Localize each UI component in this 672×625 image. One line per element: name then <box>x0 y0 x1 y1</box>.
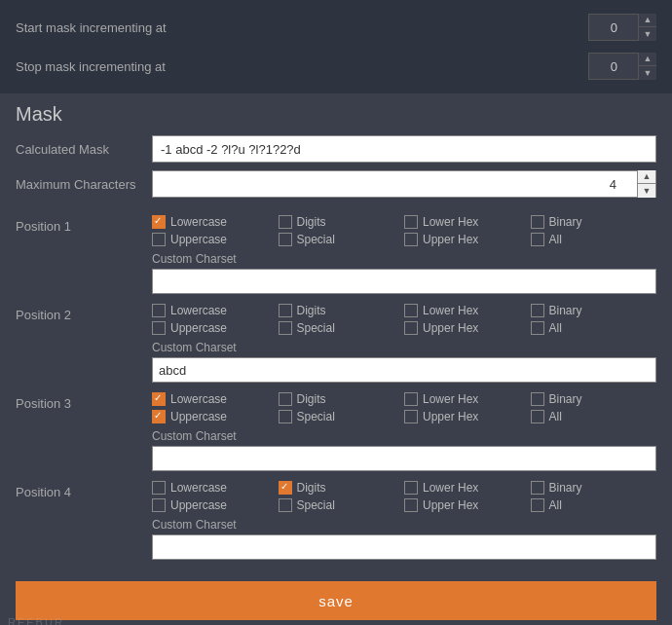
stop-mask-input[interactable] <box>589 57 638 76</box>
stop-mask-input-wrap: ▲ ▼ <box>588 53 656 80</box>
stop-mask-spin-down[interactable]: ▼ <box>639 66 656 80</box>
save-section: save <box>0 570 672 625</box>
position-3-lowercase-checkbox[interactable] <box>152 392 166 406</box>
position-2-checkbox-grid: LowercaseDigitsLower HexBinaryUppercaseS… <box>152 304 656 335</box>
position-1-binary-label: Binary <box>549 215 582 229</box>
position-4-binary-label: Binary <box>549 481 582 495</box>
position-4-digits-item: Digits <box>279 481 405 495</box>
position-3-upper_hex-item: Upper Hex <box>404 410 531 423</box>
position-2-binary-label: Binary <box>549 304 582 317</box>
max-chars-spin-up[interactable]: ▲ <box>638 170 655 184</box>
start-mask-label: Start mask incrementing at <box>16 20 167 35</box>
stop-mask-label: Stop mask incrementing at <box>16 59 166 74</box>
position-4-block: Position 4LowercaseDigitsLower HexBinary… <box>16 481 656 560</box>
position-2-lower_hex-item: Lower Hex <box>404 304 531 317</box>
calculated-mask-input[interactable] <box>152 135 656 163</box>
position-1-label: Position 1 <box>16 215 152 234</box>
position-4-lower_hex-checkbox[interactable] <box>404 481 418 495</box>
position-1-uppercase-checkbox[interactable] <box>152 233 166 246</box>
position-3-binary-item: Binary <box>531 392 657 406</box>
position-4-special-checkbox[interactable] <box>279 498 292 512</box>
position-2-uppercase-checkbox[interactable] <box>152 321 166 335</box>
position-3-digits-checkbox[interactable] <box>279 392 292 406</box>
position-4-lowercase-item: Lowercase <box>152 481 279 495</box>
position-1-lower_hex-checkbox[interactable] <box>404 215 418 229</box>
position-3-lower_hex-checkbox[interactable] <box>404 392 418 406</box>
position-1-special-label: Special <box>297 233 335 246</box>
position-4-lower_hex-label: Lower Hex <box>423 481 478 495</box>
position-1-special-checkbox[interactable] <box>279 233 292 246</box>
start-mask-input-wrap: ▲ ▼ <box>588 14 656 41</box>
max-chars-spinners: ▲ ▼ <box>637 170 655 198</box>
position-2-all-checkbox[interactable] <box>531 321 544 335</box>
position-2-special-item: Special <box>279 321 405 335</box>
stop-mask-spin-up[interactable]: ▲ <box>639 53 656 66</box>
position-1-custom-charset-input[interactable] <box>152 269 656 294</box>
position-2-upper_hex-checkbox[interactable] <box>404 321 418 335</box>
position-2-special-checkbox[interactable] <box>279 321 292 335</box>
max-chars-spin-down[interactable]: ▼ <box>638 184 655 198</box>
position-2-lowercase-checkbox[interactable] <box>152 304 166 317</box>
position-3-special-checkbox[interactable] <box>279 410 292 423</box>
position-1-upper_hex-item: Upper Hex <box>404 233 531 246</box>
position-1-upper_hex-label: Upper Hex <box>423 233 478 246</box>
position-1-block: Position 1LowercaseDigitsLower HexBinary… <box>16 215 656 294</box>
position-3-all-label: All <box>549 410 562 423</box>
position-4-binary-checkbox[interactable] <box>531 481 544 495</box>
position-3-lower_hex-label: Lower Hex <box>423 392 478 406</box>
position-1-binary-checkbox[interactable] <box>531 215 544 229</box>
position-3-lower_hex-item: Lower Hex <box>404 392 531 406</box>
position-2-digits-label: Digits <box>297 304 326 317</box>
position-1-all-checkbox[interactable] <box>531 233 544 246</box>
position-4-digits-checkbox[interactable] <box>279 481 292 495</box>
position-1-binary-item: Binary <box>531 215 657 229</box>
position-4-custom-charset-input[interactable] <box>152 534 656 560</box>
start-mask-spin-down[interactable]: ▼ <box>639 27 656 41</box>
position-2-label: Position 2 <box>16 304 152 322</box>
position-1-lowercase-checkbox[interactable] <box>152 215 166 229</box>
position-3-upper_hex-label: Upper Hex <box>423 410 478 423</box>
position-4-upper_hex-item: Upper Hex <box>404 498 531 512</box>
position-1-checkbox-grid: LowercaseDigitsLower HexBinaryUppercaseS… <box>152 215 656 246</box>
max-chars-input[interactable] <box>153 175 637 194</box>
position-2-lowercase-label: Lowercase <box>170 304 227 317</box>
start-mask-spin-up[interactable]: ▲ <box>639 14 656 27</box>
max-chars-input-wrap: ▲ ▼ <box>152 170 656 198</box>
position-3-uppercase-item: Uppercase <box>152 410 279 423</box>
position-3-upper_hex-checkbox[interactable] <box>404 410 418 423</box>
positions-section: Position 1LowercaseDigitsLower HexBinary… <box>0 215 672 560</box>
position-3-custom-charset-input[interactable] <box>152 446 656 471</box>
position-3-special-item: Special <box>279 410 405 423</box>
position-4-upper_hex-checkbox[interactable] <box>404 498 418 512</box>
position-2-binary-checkbox[interactable] <box>531 304 544 317</box>
position-2-uppercase-label: Uppercase <box>170 321 227 335</box>
position-3-digits-label: Digits <box>297 392 326 406</box>
position-1-lowercase-item: Lowercase <box>152 215 279 229</box>
position-1-digits-checkbox[interactable] <box>279 215 292 229</box>
position-4-uppercase-checkbox[interactable] <box>152 498 166 512</box>
position-1-custom-charset-label: Custom Charset <box>152 252 656 266</box>
position-3-options: LowercaseDigitsLower HexBinaryUppercaseS… <box>152 392 656 471</box>
position-2-digits-item: Digits <box>279 304 405 317</box>
position-3-digits-item: Digits <box>279 392 405 406</box>
position-3-binary-checkbox[interactable] <box>531 392 544 406</box>
start-mask-input[interactable] <box>589 18 638 37</box>
position-2-digits-checkbox[interactable] <box>279 304 292 317</box>
position-1-upper_hex-checkbox[interactable] <box>404 233 418 246</box>
position-2-lower_hex-checkbox[interactable] <box>404 304 418 317</box>
position-4-lowercase-checkbox[interactable] <box>152 481 166 495</box>
position-4-all-checkbox[interactable] <box>531 498 544 512</box>
position-2-custom-charset-input[interactable] <box>152 357 656 383</box>
stop-mask-row: Stop mask incrementing at ▲ ▼ <box>16 47 656 86</box>
position-2-lower_hex-label: Lower Hex <box>423 304 478 317</box>
position-2-upper_hex-item: Upper Hex <box>404 321 531 335</box>
start-mask-row: Start mask incrementing at ▲ ▼ <box>16 8 656 47</box>
mask-title: Mask <box>16 103 656 126</box>
save-button[interactable]: save <box>16 581 656 620</box>
position-3-special-label: Special <box>297 410 335 423</box>
position-1-digits-item: Digits <box>279 215 405 229</box>
position-3-uppercase-checkbox[interactable] <box>152 410 166 423</box>
position-4-lowercase-label: Lowercase <box>170 481 227 495</box>
position-4-lower_hex-item: Lower Hex <box>404 481 531 495</box>
position-3-all-checkbox[interactable] <box>531 410 544 423</box>
